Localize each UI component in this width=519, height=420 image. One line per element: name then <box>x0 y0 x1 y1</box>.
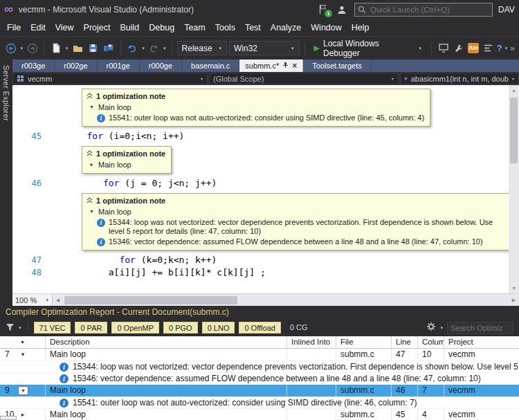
editor-vertical-scrollbar[interactable]: ▲ ▼ <box>509 85 519 293</box>
popup-loop-row[interactable]: ▾Main loop <box>86 206 504 217</box>
column-header-file[interactable]: File <box>336 336 392 348</box>
tab-r002ge[interactable]: r002ge <box>55 60 97 72</box>
quick-launch-box[interactable] <box>354 3 493 17</box>
report-search-input[interactable] <box>447 322 513 334</box>
properties-wrench-icon[interactable] <box>452 41 465 56</box>
solution-explorer-icon[interactable] <box>437 41 450 56</box>
am-extension-icon[interactable]: Am <box>468 43 480 53</box>
pin-tab-icon[interactable] <box>282 60 289 72</box>
help-icon[interactable]: ? <box>497 43 502 53</box>
zoom-select[interactable]: 100 % ▾ <box>12 294 53 307</box>
tab-toolset-targets[interactable]: Toolset.targets <box>303 60 372 72</box>
expand-row-icon[interactable]: ▸ <box>18 409 28 420</box>
menu-debug[interactable]: Debug <box>144 21 179 35</box>
expand-icon[interactable]: ▸ <box>89 161 95 167</box>
menu-project[interactable]: Project <box>79 21 116 35</box>
notifications-flag-icon[interactable]: 1 <box>318 4 329 15</box>
save-all-icon[interactable] <box>102 41 115 56</box>
collapse-notes-icon[interactable] <box>86 197 93 205</box>
navigate-backward-icon[interactable] <box>4 41 17 56</box>
help-dropdown-icon[interactable]: ▾ <box>505 46 508 51</box>
new-file-dropdown-icon[interactable]: ▾ <box>66 46 69 51</box>
code-line-48[interactable]: 48 a[i][j] += b[i][k]* c[k][j] ; <box>12 266 509 279</box>
list-columns-icon[interactable] <box>481 41 494 56</box>
menu-analyze[interactable]: Analyze <box>266 21 306 35</box>
project-dropdown[interactable]: vecmm ▾ <box>12 73 208 84</box>
menu-window[interactable]: Window <box>306 21 346 35</box>
scrollbar-thumb[interactable] <box>64 296 237 304</box>
gear-icon[interactable] <box>426 322 436 334</box>
toolbar-overflow-icon[interactable]: » <box>510 44 515 53</box>
report-info-row[interactable]: i15344: loop was not vectorized: vector … <box>0 361 519 373</box>
collapse-notes-icon[interactable] <box>86 149 93 158</box>
solution-platform-select[interactable]: Win32 ▾ <box>229 41 300 55</box>
scroll-left-icon[interactable]: ◀ <box>53 298 63 303</box>
undo-dropdown-icon[interactable]: ▾ <box>142 46 145 51</box>
save-icon[interactable] <box>86 41 100 56</box>
feedback-person-icon[interactable] <box>335 2 349 17</box>
line-number[interactable]: 46 <box>12 177 53 190</box>
code-editor[interactable]: 1 optimization note▾Main loopi15541: out… <box>12 85 509 293</box>
popup-loop-row[interactable]: ▸Main loop <box>86 159 165 170</box>
open-file-icon[interactable] <box>71 41 84 56</box>
redo-dropdown-icon[interactable]: ▾ <box>163 46 166 51</box>
grid-horizontal-scrollbar[interactable] <box>0 416 17 420</box>
filter-button-openmp[interactable]: 0 OpenMP <box>111 322 159 334</box>
tab-submm-c[interactable]: submm.c*× <box>239 60 303 72</box>
collapse-row-icon[interactable]: ▾ <box>18 349 28 360</box>
column-header-project[interactable]: Project <box>444 336 519 348</box>
filter-button-cg[interactable]: 0 CG <box>285 322 313 334</box>
filter-dropdown-icon[interactable]: ▾ <box>19 325 21 331</box>
quick-launch-input[interactable] <box>354 3 493 17</box>
report-row-9[interactable]: 9▾Main loopsubmm.c467vecmm <box>0 385 519 397</box>
menu-view[interactable]: View <box>51 21 79 35</box>
scroll-right-icon[interactable]: ▶ <box>509 298 519 303</box>
menu-team[interactable]: Team <box>179 21 210 35</box>
tab-r001ge[interactable]: r001ge <box>98 60 140 72</box>
collapse-row-icon[interactable]: ▾ <box>18 386 28 395</box>
report-row-10[interactable]: 10▸Main loopsubmm.c454vecmm <box>0 409 519 420</box>
line-number[interactable]: 47 <box>12 254 53 266</box>
menu-build[interactable]: Build <box>115 21 144 35</box>
code-text[interactable]: for (j = 0; j<n; j++) <box>53 177 217 190</box>
menu-edit[interactable]: Edit <box>26 21 51 35</box>
scroll-up-icon[interactable]: ▲ <box>509 85 519 95</box>
column-header-line[interactable]: Line <box>392 336 418 348</box>
line-number[interactable]: 48 <box>12 266 53 279</box>
navigate-forward-icon[interactable] <box>26 41 39 56</box>
start-debug-button[interactable]: ▶ Local Windows Debugger ▾ <box>310 41 426 56</box>
menu-tools[interactable]: Tools <box>210 21 240 35</box>
close-tab-icon[interactable]: × <box>292 62 297 69</box>
column-header-inlined-into[interactable]: Inlined Into <box>287 336 336 348</box>
collapse-icon[interactable]: ▾ <box>89 104 95 110</box>
popup-loop-row[interactable]: ▾Main loop <box>86 102 424 112</box>
menu-help[interactable]: Help <box>347 21 374 35</box>
scroll-down-icon[interactable]: ▼ <box>509 283 519 293</box>
menu-file[interactable]: File <box>2 21 26 35</box>
tab-r003ge[interactable]: r003ge <box>12 60 55 72</box>
server-explorer-tab[interactable]: Server Explorer <box>2 65 10 306</box>
filter-button-pgo[interactable]: 0 PGO <box>163 322 198 334</box>
scope-dropdown[interactable]: (Global Scope) ▾ <box>209 73 399 84</box>
filter-button-lno[interactable]: 0 LNO <box>202 322 235 334</box>
new-file-icon[interactable] <box>49 41 62 56</box>
scrollbar-thumb[interactable] <box>510 98 518 163</box>
code-text[interactable]: for (k=0;k<n; k++) <box>53 254 217 266</box>
navigate-backward-dropdown-icon[interactable]: ▾ <box>20 46 23 51</box>
report-info-row[interactable]: i15541: outer loop was not auto-vectoriz… <box>0 397 519 409</box>
redo-icon[interactable] <box>147 41 161 56</box>
menu-test[interactable]: Test <box>240 21 266 35</box>
member-dropdown[interactable]: abasicmm1(int n, int m, doub ▾ <box>400 73 519 84</box>
code-line-47[interactable]: 47 for (k=0;k<n; k++) <box>12 254 509 266</box>
line-number[interactable]: 45 <box>12 130 53 143</box>
filter-button-par[interactable]: 0 PAR <box>75 322 107 334</box>
settings-dropdown-icon[interactable]: ▾ <box>440 325 443 331</box>
collapse-icon[interactable]: ▾ <box>89 208 95 214</box>
code-text[interactable]: a[i][j] += b[i][k]* c[k][j] ; <box>53 266 266 279</box>
report-info-row[interactable]: i15346: vector dependence: assumed FLOW … <box>0 373 519 385</box>
code-text[interactable]: for (i=0;i<n; i++) <box>53 130 184 143</box>
filter-button-vec[interactable]: 71 VEC <box>34 322 71 334</box>
code-line-46[interactable]: 46 for (j = 0; j<n; j++) <box>12 177 509 190</box>
filter-button-offload[interactable]: 0 Offload <box>239 322 280 334</box>
tab-basemain-c[interactable]: basemain.c <box>182 60 239 72</box>
